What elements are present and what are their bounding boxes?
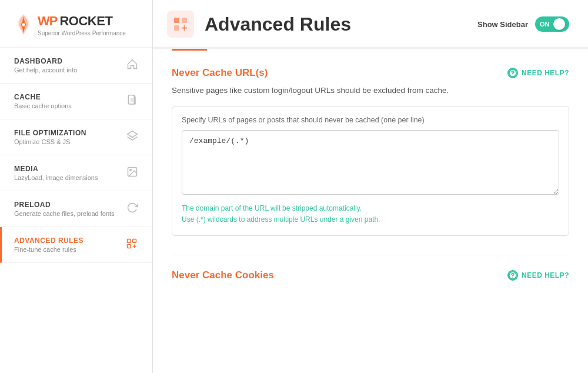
section-header-never-cache-urls: Never Cache URL(s) NEED HELP?	[172, 67, 569, 79]
nav-label-preload: PRELOAD	[14, 201, 115, 209]
svg-rect-8	[133, 239, 136, 242]
hint-line-1: The domain part of the URL will be strip…	[182, 203, 559, 214]
section-title-never-cache-cookies: Never Cache Cookies	[172, 269, 274, 281]
page-header: Advanced Rules Show Sidebar ON	[153, 0, 588, 49]
nav-sublabel-advanced-rules: Fine-tune cache rules	[14, 246, 83, 253]
sidebar-item-cache[interactable]: CACHE Basic cache options	[0, 84, 152, 119]
section-divider	[172, 255, 569, 255]
need-help-button-cookies[interactable]: NEED HELP?	[507, 270, 569, 281]
svg-rect-9	[128, 244, 131, 248]
logo-rocket: ROCKET	[59, 14, 112, 29]
layers-icon	[126, 130, 138, 145]
svg-point-6	[130, 169, 132, 171]
content-area: Never Cache URL(s) NEED HELP? Sensitive …	[153, 51, 588, 320]
rocket-logo-icon	[14, 13, 33, 36]
svg-rect-1	[128, 95, 134, 104]
logo-area: WP ROCKET Superior WordPress Performance	[0, 0, 152, 48]
nav-sublabel-cache: Basic cache options	[14, 102, 72, 109]
hint-line-2: Use (.*) wildcards to address multiple U…	[182, 214, 559, 225]
url-input-label: Specify URLs of pages or posts that shou…	[182, 116, 559, 124]
nav-sublabel-media: LazyLoad, image dimensions	[14, 174, 98, 181]
nav-sublabel-preload: Generate cache files, preload fonts	[14, 210, 115, 217]
sidebar-item-preload[interactable]: PRELOAD Generate cache files, preload fo…	[0, 191, 152, 227]
toggle-on-label: ON	[540, 21, 550, 28]
logo-wp: WP	[38, 14, 57, 29]
section-never-cache-cookies: Never Cache Cookies NEED HELP?	[172, 269, 569, 287]
refresh-icon	[126, 202, 138, 217]
url-textarea[interactable]	[182, 130, 559, 195]
nav-label-advanced-rules: ADVANCED RULES	[14, 237, 83, 245]
svg-point-20	[512, 277, 513, 277]
nav-label-media: MEDIA	[14, 165, 98, 173]
file-icon	[126, 94, 138, 109]
show-sidebar-label: Show Sidebar	[477, 20, 528, 29]
need-help-button-urls[interactable]: NEED HELP?	[507, 68, 569, 78]
image-icon	[126, 166, 138, 181]
home-icon	[126, 58, 138, 73]
sidebar-item-advanced-rules[interactable]: ADVANCED RULES Fine-tune cache rules	[0, 227, 152, 263]
svg-rect-14	[174, 25, 179, 31]
nav-label-cache: CACHE	[14, 93, 72, 101]
svg-point-0	[22, 23, 26, 27]
section-header-never-cache-cookies: Never Cache Cookies NEED HELP?	[172, 269, 569, 281]
sidebar: WP ROCKET Superior WordPress Performance…	[0, 0, 153, 373]
page-icon	[167, 11, 194, 38]
need-help-label-urls: NEED HELP?	[522, 69, 569, 77]
nav-label-dashboard: DASHBOARD	[14, 57, 77, 65]
svg-point-18	[512, 75, 513, 75]
nav-sublabel-file-optimization: Optimize CSS & JS	[14, 138, 86, 145]
svg-rect-13	[182, 18, 187, 23]
nav-label-file-optimization: FILE OPTIMIZATION	[14, 129, 86, 137]
section-description-never-cache-urls: Sensitive pages like custom login/logout…	[172, 85, 569, 96]
url-hint-text: The domain part of the URL will be strip…	[182, 203, 559, 225]
nav-sublabel-dashboard: Get help, account info	[14, 66, 77, 74]
logo-tagline: Superior WordPress Performance	[38, 30, 126, 36]
header-left: Advanced Rules	[167, 11, 351, 47]
main-content: Advanced Rules Show Sidebar ON Never Cac…	[153, 0, 588, 373]
toggle-knob	[553, 18, 565, 30]
sidebar-item-dashboard[interactable]: DASHBOARD Get help, account info	[0, 48, 152, 84]
advanced-rules-page-icon	[172, 15, 189, 33]
page-title: Advanced Rules	[205, 14, 351, 35]
section-title-never-cache-urls: Never Cache URL(s)	[172, 67, 268, 79]
sidebar-item-file-optimization[interactable]: FILE OPTIMIZATION Optimize CSS & JS	[0, 119, 152, 155]
show-sidebar-toggle[interactable]: ON	[535, 16, 569, 32]
header-right: Show Sidebar ON	[477, 16, 569, 41]
rules-icon	[125, 238, 138, 252]
need-help-label-cookies: NEED HELP?	[522, 271, 569, 279]
help-circle-icon-urls	[507, 68, 518, 78]
help-circle-icon-cookies	[507, 270, 518, 281]
url-input-box: Specify URLs of pages or posts that shou…	[172, 106, 569, 235]
svg-rect-12	[174, 18, 179, 23]
sidebar-item-media[interactable]: MEDIA LazyLoad, image dimensions	[0, 155, 152, 191]
svg-marker-4	[128, 131, 138, 137]
section-never-cache-urls: Never Cache URL(s) NEED HELP? Sensitive …	[172, 67, 569, 236]
svg-rect-7	[128, 239, 131, 242]
